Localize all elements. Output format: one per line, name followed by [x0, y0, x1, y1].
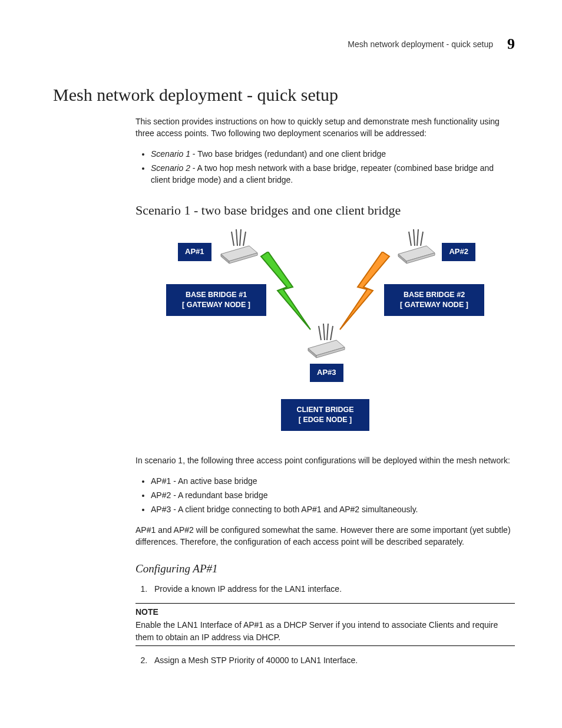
running-header-text: Mesh network deployment - quick setup — [348, 39, 493, 49]
scenario-1-post-bullets: AP#1 and AP#2 will be configured somewha… — [135, 524, 515, 548]
base-bridge-2-box: BASE BRIDGE #2 [ GATEWAY NODE ] — [384, 284, 484, 316]
svg-line-17 — [323, 324, 325, 340]
svg-line-1 — [236, 229, 237, 246]
svg-line-2 — [240, 229, 241, 246]
note-label: NOTE — [135, 606, 515, 618]
step-1: Provide a known IP address for the LAN1 … — [150, 583, 515, 595]
intro-text: This section provides instructions on ho… — [135, 116, 515, 140]
list-item: AP#1 - An active base bridge — [151, 475, 515, 487]
svg-marker-15 — [340, 252, 389, 330]
network-diagram: AP#1 AP#2 — [172, 228, 478, 446]
access-point-icon — [303, 322, 347, 359]
running-header-number: 9 — [507, 35, 515, 53]
scenario-2-desc: - A two hop mesh network with a base bri… — [151, 163, 494, 185]
svg-marker-14 — [261, 252, 310, 330]
scenario-1-label: Scenario 1 — [151, 149, 190, 159]
scenario-list: Scenario 1 - Two base bridges (redundant… — [135, 148, 515, 186]
config-steps-2: Assign a Mesh STP Priority of 40000 to L… — [135, 654, 515, 666]
running-header: Mesh network deployment - quick setup 9 — [53, 35, 515, 53]
svg-line-9 — [417, 229, 418, 246]
bb2-line2: [ GATEWAY NODE ] — [400, 301, 468, 309]
svg-line-8 — [414, 229, 415, 246]
cb-line1: CLIENT BRIDGE — [296, 406, 353, 414]
note-block: NOTE Enable the LAN1 Interface of AP#1 a… — [135, 603, 515, 646]
svg-line-10 — [421, 232, 423, 246]
lightning-icon — [257, 252, 328, 334]
scenario-1-description: In scenario 1, the following three acces… — [135, 454, 515, 466]
access-point-icon — [216, 228, 260, 265]
svg-line-19 — [330, 326, 333, 340]
svg-line-7 — [409, 232, 411, 246]
scenario-1-desc: - Two base bridges (redundant) and one c… — [190, 149, 386, 159]
list-item: Scenario 2 - A two hop mesh network with… — [151, 162, 515, 186]
configuring-ap1-heading: Configuring AP#1 — [135, 561, 515, 577]
bb1-line1: BASE BRIDGE #1 — [186, 291, 247, 299]
base-bridge-1-box: BASE BRIDGE #1 [ GATEWAY NODE ] — [166, 284, 266, 316]
ap3-label: AP#3 — [310, 364, 343, 382]
access-point-icon — [394, 228, 437, 265]
page-title: Mesh network deployment - quick setup — [53, 85, 515, 105]
svg-line-0 — [232, 232, 234, 246]
bb2-line1: BASE BRIDGE #2 — [404, 291, 465, 299]
list-item: AP#2 - A redundant base bridge — [151, 489, 515, 501]
lightning-icon — [322, 252, 393, 334]
cb-line2: [ EDGE NODE ] — [299, 416, 352, 424]
bb1-line2: [ GATEWAY NODE ] — [182, 301, 250, 309]
step-2: Assign a Mesh STP Priority of 40000 to L… — [150, 654, 515, 666]
config-steps-1: Provide a known IP address for the LAN1 … — [135, 583, 515, 595]
client-bridge-box: CLIENT BRIDGE [ EDGE NODE ] — [281, 399, 369, 431]
ap-config-list: AP#1 - An active base bridge AP#2 - A re… — [135, 475, 515, 516]
svg-line-3 — [243, 232, 246, 246]
scenario-1-heading: Scenario 1 - two base bridges and one cl… — [135, 201, 515, 220]
svg-line-16 — [319, 326, 321, 340]
page: Mesh network deployment - quick setup 9 … — [0, 0, 562, 728]
list-item: Scenario 1 - Two base bridges (redundant… — [151, 148, 515, 160]
note-text: Enable the LAN1 Interface of AP#1 as a D… — [135, 619, 515, 643]
intro-block: This section provides instructions on ho… — [135, 116, 515, 666]
list-item: AP#3 - A client bridge connecting to bot… — [151, 503, 515, 515]
ap2-label: AP#2 — [442, 243, 475, 261]
ap1-label: AP#1 — [178, 243, 211, 261]
svg-line-18 — [327, 324, 328, 340]
scenario-2-label: Scenario 2 — [151, 163, 190, 173]
